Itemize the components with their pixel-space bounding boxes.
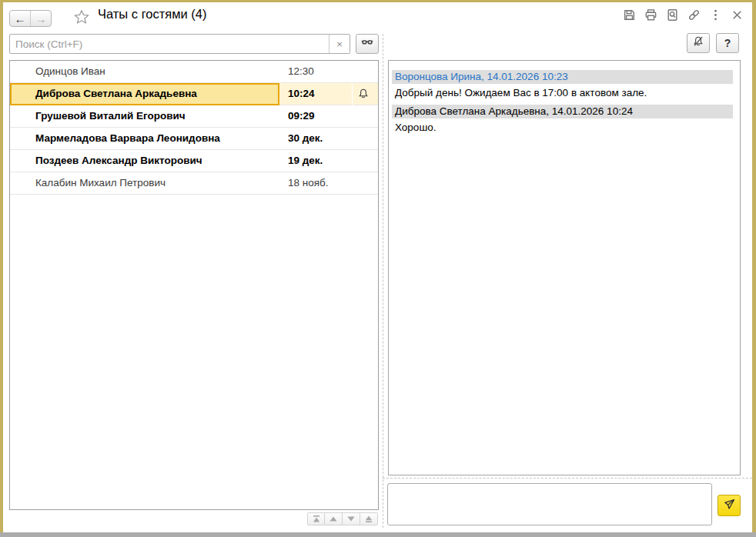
advanced-search-button[interactable] (356, 34, 379, 54)
help-button[interactable]: ? (716, 33, 739, 53)
scroll-to-top-button[interactable] (307, 512, 325, 525)
bell-muted-icon (692, 35, 704, 51)
chat-list-row[interactable]: Одинцов Иван12:30 (10, 61, 378, 83)
chat-contact-name: Грушевой Виталий Егорович (35, 110, 186, 122)
message-input[interactable] (387, 483, 712, 525)
window-border-left (0, 0, 3, 532)
send-button[interactable] (718, 495, 741, 516)
glasses-icon (361, 36, 373, 52)
scroll-down-button[interactable] (343, 512, 360, 525)
preview-icon[interactable] (666, 8, 679, 22)
message-header: Воронцова Ирина, 14.01.2026 10:23 (392, 70, 733, 84)
message-header: Диброва Светлана Аркадьевна, 14.01.2026 … (392, 105, 733, 118)
mute-notifications-button[interactable] (687, 33, 710, 53)
message-text: Хорошо. (392, 121, 737, 134)
forward-button[interactable]: → (31, 11, 51, 26)
window-resize-bar[interactable] (0, 532, 756, 537)
cell-divider (352, 83, 353, 105)
chat-list-row[interactable]: Калабин Михаил Петрович18 нояб. (10, 172, 378, 195)
bell-icon (357, 88, 370, 100)
window-border-top (0, 0, 756, 2)
chat-last-time: 09:29 (288, 110, 315, 122)
favorite-star-icon[interactable] (74, 9, 89, 25)
message-list: Воронцова Ирина, 14.01.2026 10:23Добрый … (392, 70, 737, 134)
chat-contact-name: Поздеев Александр Викторович (35, 155, 202, 166)
print-icon[interactable] (644, 8, 657, 22)
back-button[interactable]: ← (10, 11, 31, 26)
chat-list-row[interactable]: Диброва Светлана Аркадьевна10:24 (10, 83, 378, 105)
message-text: Добрый день! Ожидаем Вас в 17:00 в актов… (392, 86, 737, 99)
chat-contact-name: Одинцов Иван (35, 65, 105, 77)
chat-last-time: 30 дек. (288, 132, 323, 144)
search-input[interactable] (10, 35, 329, 53)
conversation-panel[interactable]: Воронцова Ирина, 14.01.2026 10:23Добрый … (388, 60, 741, 475)
chat-contact-name: Калабин Михаил Петрович (35, 177, 166, 188)
chat-list-row[interactable]: Грушевой Виталий Егорович09:29 (10, 105, 378, 128)
scroll-to-bottom-button[interactable] (360, 512, 378, 525)
chat-contact-name: Мармеладова Варвара Леонидовна (35, 132, 220, 144)
chat-list: Одинцов Иван12:30Диброва Светлана Аркадь… (9, 60, 379, 510)
panel-splitter-vertical[interactable] (383, 34, 383, 528)
list-nav-toolbar (307, 512, 378, 525)
window-border-right (752, 0, 756, 532)
chat-last-time: 19 дек. (288, 155, 323, 166)
chat-list-row[interactable]: Мармеладова Варвара Леонидовна30 дек. (10, 128, 378, 150)
search-clear-icon[interactable]: × (329, 35, 350, 53)
close-icon[interactable] (731, 8, 744, 22)
chat-contact-name: Диброва Светлана Аркадьевна (35, 88, 197, 99)
chat-list-rows: Одинцов Иван12:30Диброва Светлана Аркадь… (10, 61, 378, 195)
chat-list-row[interactable]: Поздеев Александр Викторович19 дек. (10, 150, 378, 172)
link-icon[interactable] (687, 8, 701, 22)
save-icon[interactable] (623, 8, 636, 22)
history-nav-group: ← → (9, 10, 52, 27)
panel-splitter-horizontal[interactable] (383, 478, 752, 479)
chat-last-time: 18 нояб. (288, 177, 329, 188)
scroll-up-button[interactable] (325, 512, 343, 525)
send-icon (723, 498, 736, 514)
page-title: Чаты с гостями (4) (98, 7, 207, 22)
search-box: × (9, 34, 350, 54)
chat-last-time: 12:30 (288, 65, 314, 77)
more-icon[interactable] (709, 8, 722, 22)
chat-last-time: 10:24 (288, 88, 315, 99)
